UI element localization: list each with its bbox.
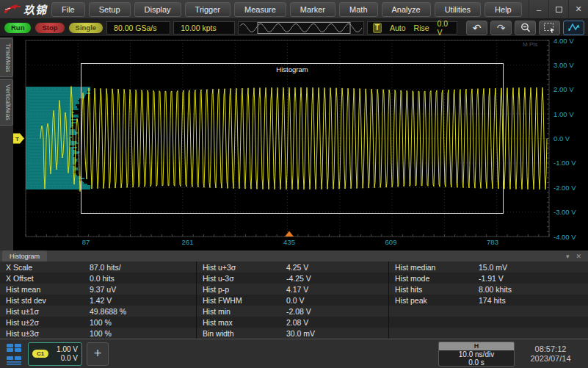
y-axis-label: -3.00 V — [553, 208, 587, 216]
y-axis-label: -2.00 V — [553, 184, 587, 192]
result-row[interactable]: Hist max2.08 V — [197, 317, 388, 328]
result-row[interactable] — [389, 306, 588, 317]
result-row[interactable] — [389, 328, 588, 339]
channel-1-offset: 0.0 V — [51, 354, 78, 363]
menu-item[interactable]: Trigger — [185, 2, 231, 17]
histogram-trace — [26, 135, 70, 136]
window-controls: – ✕ — [529, 0, 588, 18]
trigger-level: 0.0 V — [438, 19, 451, 37]
x-axis-label: 609 — [377, 238, 406, 246]
channel-1-card[interactable]: C1 1.00 V 0.0 V — [28, 342, 82, 366]
close-panel-icon[interactable]: ✕ — [576, 253, 581, 260]
menu-item[interactable]: Analyze — [382, 2, 431, 17]
app-logo: 玖锦 — [0, 1, 51, 17]
result-row[interactable]: Hist u±1σ49.8688 % — [0, 306, 196, 317]
histogram-results-panel: Histogram ▾ ✕ X Scale87.0 hits/X Offset0… — [0, 250, 588, 339]
close-button[interactable]: ✕ — [568, 0, 588, 18]
result-value: 100 % — [90, 329, 196, 338]
x-axis-label: 261 — [173, 238, 203, 246]
histogram-trace — [26, 101, 79, 102]
autoscale-button[interactable] — [563, 21, 584, 35]
waveform-display[interactable]: T Histogram M Pts 4.00 V3.00 V2.00 V1.00… — [13, 37, 588, 250]
result-row[interactable]: Hist hits8.00 khits — [389, 284, 588, 295]
layout-grid-button[interactable] — [4, 342, 23, 353]
result-row[interactable]: Bin width30.0 mV — [197, 328, 388, 339]
result-row[interactable]: Hist median15.0 mV — [389, 261, 588, 273]
sidebar-tab[interactable]: TimeMeas — [0, 38, 13, 77]
histogram-trace — [26, 122, 76, 123]
histogram-trace — [26, 123, 73, 124]
trigger-mode: Auto — [390, 24, 406, 32]
close-icon: ✕ — [575, 4, 581, 14]
menu-item[interactable]: Math — [339, 2, 377, 17]
waveform-preview[interactable] — [238, 21, 364, 35]
redo-button[interactable]: ↷ — [490, 21, 512, 35]
sample-rate-display[interactable]: 80.00 GSa/s — [106, 21, 170, 35]
menu-item[interactable]: Setup — [89, 2, 131, 17]
collapse-panel-icon[interactable]: ▾ — [566, 253, 570, 260]
result-row[interactable]: Hist mode-1.91 V — [389, 273, 588, 284]
menu-item[interactable]: Help — [484, 2, 522, 17]
histogram-trace — [26, 112, 74, 112]
result-row[interactable]: X Scale87.0 hits/ — [0, 261, 196, 273]
menu-item[interactable]: Display — [134, 2, 181, 17]
results-tab-histogram[interactable]: Histogram — [2, 250, 47, 261]
histogram-trace — [26, 156, 73, 156]
undo-button[interactable]: ↶ — [466, 21, 487, 35]
histogram-trace — [26, 162, 76, 162]
result-row[interactable]: Hist u±3σ100 % — [0, 328, 196, 339]
result-row[interactable]: Hist p-p4.17 V — [197, 284, 388, 295]
result-row[interactable]: Hist mean9.37 uV — [0, 284, 196, 295]
result-row[interactable]: Hist min-2.08 V — [197, 306, 388, 317]
record-length-display[interactable]: 10.00 kpts — [173, 21, 234, 35]
result-row[interactable] — [389, 317, 588, 328]
histogram-gate-box[interactable]: Histogram — [81, 63, 504, 214]
results-panel-header: Histogram ▾ ✕ — [0, 250, 588, 261]
preview-shape — [240, 24, 362, 32]
menu-item[interactable]: Measure — [234, 2, 286, 17]
result-row[interactable]: Hist u+3σ4.25 V — [197, 261, 388, 273]
clock-time: 08:57:12 — [519, 344, 582, 354]
single-button[interactable]: Single — [68, 22, 104, 34]
result-row[interactable]: Hist FWHM0.0 V — [197, 295, 388, 306]
results-column-1: X Scale87.0 hits/X Offset0.0 hitsHist me… — [0, 261, 197, 339]
list-view-icon — [6, 356, 22, 365]
menu-bar: 玖锦 FileSetupDisplayTriggerMeasureMarkerM… — [0, 0, 588, 19]
channel-1-scale: 1.00 V — [51, 345, 78, 354]
menu-item[interactable]: Utilities — [435, 2, 481, 17]
sidebar-tab[interactable]: VerticalMeas — [0, 79, 13, 126]
run-button[interactable]: Run — [4, 22, 32, 34]
zoom-select-button[interactable] — [539, 21, 560, 35]
autoscale-icon — [567, 22, 581, 33]
result-label: Hist u+3σ — [197, 263, 286, 272]
result-row[interactable]: Hist std dev1.42 V — [0, 295, 196, 306]
result-value: 4.17 V — [286, 285, 388, 294]
zoom-out-button[interactable] — [515, 21, 536, 35]
menu-item[interactable]: File — [51, 2, 85, 17]
result-value: 49.8688 % — [90, 307, 196, 316]
histogram-trace — [26, 167, 78, 168]
histogram-trace — [26, 134, 76, 134]
add-channel-button[interactable]: + — [87, 342, 109, 366]
result-value: 2.08 V — [286, 318, 388, 327]
y-axis-label: 4.00 V — [553, 37, 587, 45]
result-row[interactable]: X Offset0.0 hits — [0, 273, 196, 284]
histogram-trace — [26, 104, 76, 105]
y-axis-label: -4.00 V — [553, 233, 587, 241]
result-row[interactable]: Hist u±2σ100 % — [0, 317, 196, 328]
minimize-button[interactable]: – — [529, 0, 548, 18]
histogram-trace — [26, 150, 76, 151]
clock-date: 2023/07/14 — [519, 354, 582, 364]
menu-item[interactable]: Marker — [290, 2, 335, 17]
stop-button[interactable]: Stop — [35, 22, 65, 34]
result-row[interactable]: Hist u-3σ-4.25 V — [197, 273, 388, 284]
result-label: Hist max — [197, 318, 286, 327]
layout-list-button[interactable] — [4, 355, 23, 366]
zoom-out-icon — [520, 22, 531, 34]
result-row[interactable]: Hist peak174 hits — [389, 295, 588, 306]
horizontal-settings-card[interactable]: H 10.0 ns/div 0.0 s — [438, 342, 515, 367]
maximize-button[interactable] — [548, 0, 568, 18]
histogram-trace — [26, 144, 75, 145]
grid-view-icon — [6, 343, 22, 353]
trigger-status[interactable]: T Auto Rise 0.0 V — [367, 21, 457, 35]
